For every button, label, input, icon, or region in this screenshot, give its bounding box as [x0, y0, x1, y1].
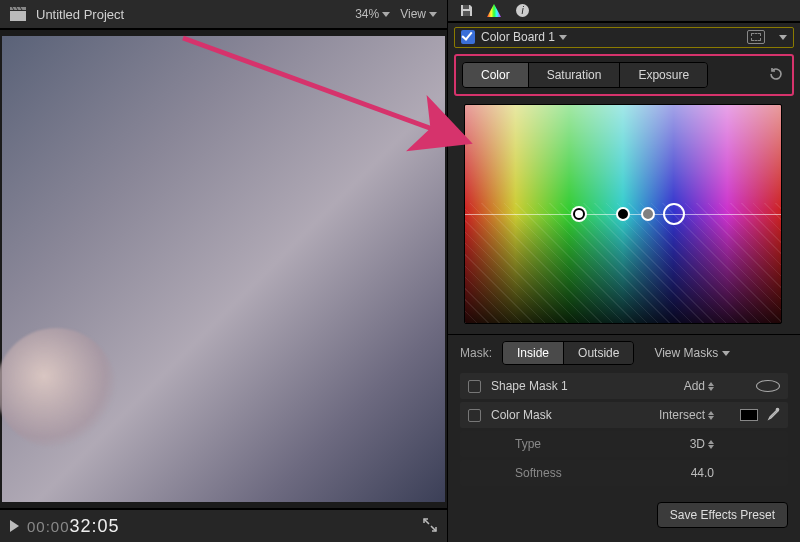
color-board-area [448, 96, 800, 334]
mask-name: Shape Mask 1 [491, 379, 624, 393]
param-label: Softness [491, 466, 624, 480]
ellipse-icon[interactable] [756, 380, 780, 392]
softness-value[interactable]: 44.0 [634, 466, 714, 480]
mask-inside-outside-segment: Inside Outside [502, 341, 634, 365]
mask-blend-mode[interactable]: Add [634, 379, 714, 393]
color-board-tabs: Color Saturation Exposure [454, 54, 794, 96]
timecode-prefix: 00:00 [27, 518, 70, 535]
effect-enable-checkbox[interactable] [461, 30, 475, 44]
mask-outside-button[interactable]: Outside [564, 342, 633, 364]
timecode-main: 32:05 [70, 516, 120, 536]
color-board[interactable] [464, 104, 782, 324]
viewer-transport: 00:0032:05 [0, 508, 447, 542]
mask-target-icon[interactable] [747, 30, 765, 44]
type-value-stepper[interactable]: 3D [634, 437, 714, 451]
chevron-down-icon [559, 35, 567, 40]
video-frame-content [0, 328, 116, 448]
mask-row-shape[interactable]: Shape Mask 1 Add [460, 373, 788, 399]
inspector-top-bar: i [448, 0, 800, 23]
effect-header-row[interactable]: Color Board 1 [454, 27, 794, 48]
global-puck[interactable] [663, 203, 685, 225]
chevron-down-icon [382, 12, 390, 17]
clapperboard-icon [10, 7, 26, 21]
chevron-down-icon [429, 12, 437, 17]
mask-inside-button[interactable]: Inside [503, 342, 564, 364]
mask-header: Mask: Inside Outside View Masks [448, 334, 800, 371]
mask-enable-checkbox[interactable] [468, 380, 481, 393]
viewer-canvas[interactable] [2, 36, 445, 502]
chevron-down-icon[interactable] [779, 35, 787, 40]
svg-rect-0 [10, 11, 26, 21]
viewer-pane: Untitled Project 34% View 00:0032:05 [0, 0, 448, 542]
mask-name: Color Mask [491, 408, 624, 422]
save-icon[interactable] [458, 2, 474, 18]
play-button[interactable] [10, 520, 19, 532]
view-menu[interactable]: View [400, 7, 437, 21]
mask-label: Mask: [460, 346, 492, 360]
tab-exposure[interactable]: Exposure [620, 63, 707, 87]
svg-point-10 [776, 408, 778, 410]
reset-icon[interactable] [768, 66, 786, 85]
highlights-puck[interactable] [573, 208, 585, 220]
tab-saturation[interactable]: Saturation [529, 63, 621, 87]
mask-param-type: Type 3D [460, 431, 788, 457]
mask-enable-checkbox[interactable] [468, 409, 481, 422]
inspector-footer: Save Effects Preset [448, 492, 800, 542]
viewer-header: Untitled Project 34% View [0, 0, 447, 30]
inspector-pane: i Color Board 1 Color Saturation Exposur… [448, 0, 800, 542]
timecode-display[interactable]: 00:0032:05 [27, 516, 120, 537]
svg-rect-6 [463, 11, 470, 16]
mask-blend-mode[interactable]: Intersect [634, 408, 714, 422]
tab-segment: Color Saturation Exposure [462, 62, 708, 88]
mask-list: Shape Mask 1 Add Color Mask Intersect Ty… [448, 371, 800, 492]
color-inspector-icon[interactable] [486, 2, 502, 18]
eyedropper-icon[interactable] [766, 407, 780, 424]
mask-param-softness: Softness 44.0 [460, 460, 788, 486]
svg-marker-7 [487, 4, 501, 17]
color-swatch[interactable] [740, 409, 758, 421]
fullscreen-icon[interactable] [423, 518, 437, 535]
effect-name-menu[interactable]: Color Board 1 [481, 30, 567, 44]
svg-rect-5 [463, 5, 469, 9]
mask-row-color[interactable]: Color Mask Intersect [460, 402, 788, 428]
project-title: Untitled Project [36, 7, 124, 22]
zoom-menu[interactable]: 34% [355, 7, 390, 21]
shadows-puck[interactable] [616, 207, 630, 221]
param-label: Type [491, 437, 624, 451]
tab-color[interactable]: Color [463, 63, 529, 87]
view-masks-menu[interactable]: View Masks [654, 346, 730, 360]
midtones-puck[interactable] [641, 207, 655, 221]
info-icon[interactable]: i [514, 2, 530, 18]
chevron-down-icon [722, 351, 730, 356]
save-effects-preset-button[interactable]: Save Effects Preset [657, 502, 788, 528]
